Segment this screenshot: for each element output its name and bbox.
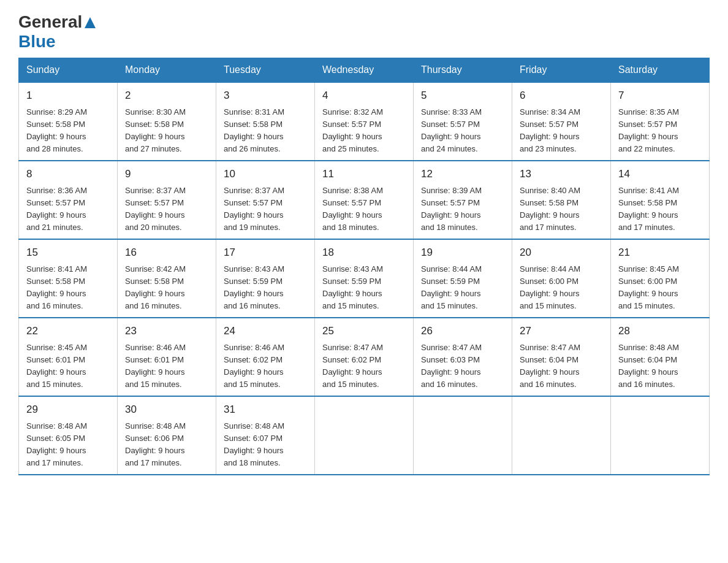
day-number: 21 [618,245,702,261]
day-number: 8 [26,166,110,182]
day-info: Sunrise: 8:41 AMSunset: 5:58 PMDaylight:… [26,263,110,313]
calendar-cell: 1Sunrise: 8:29 AMSunset: 5:58 PMDaylight… [19,82,118,161]
calendar-cell [414,396,512,475]
day-info: Sunrise: 8:42 AMSunset: 5:58 PMDaylight:… [125,263,208,313]
calendar-cell: 14Sunrise: 8:41 AMSunset: 5:58 PMDayligh… [611,161,710,239]
day-number: 5 [421,88,504,104]
day-number: 20 [520,245,603,261]
calendar-cell: 16Sunrise: 8:42 AMSunset: 5:58 PMDayligh… [118,239,216,318]
day-number: 6 [520,88,603,104]
calendar-cell: 19Sunrise: 8:44 AMSunset: 5:59 PMDayligh… [414,239,512,318]
calendar-cell [512,396,611,475]
calendar-cell: 6Sunrise: 8:34 AMSunset: 5:57 PMDaylight… [512,82,611,161]
day-number: 15 [26,245,110,261]
day-info: Sunrise: 8:47 AMSunset: 6:03 PMDaylight:… [421,342,504,391]
day-info: Sunrise: 8:29 AMSunset: 5:58 PMDaylight:… [26,106,110,156]
day-info: Sunrise: 8:37 AMSunset: 5:57 PMDaylight:… [224,185,307,234]
day-info: Sunrise: 8:40 AMSunset: 5:58 PMDaylight:… [520,185,603,234]
day-info: Sunrise: 8:43 AMSunset: 5:59 PMDaylight:… [322,263,406,313]
day-info: Sunrise: 8:46 AMSunset: 6:02 PMDaylight:… [224,342,307,391]
day-number: 11 [322,166,406,182]
calendar-week-row: 15Sunrise: 8:41 AMSunset: 5:58 PMDayligh… [19,239,710,318]
calendar-cell: 31Sunrise: 8:48 AMSunset: 6:07 PMDayligh… [216,396,315,475]
day-number: 22 [26,323,110,339]
day-info: Sunrise: 8:34 AMSunset: 5:57 PMDaylight:… [520,106,603,156]
calendar-cell: 9Sunrise: 8:37 AMSunset: 5:57 PMDaylight… [118,161,216,239]
calendar-cell: 15Sunrise: 8:41 AMSunset: 5:58 PMDayligh… [19,239,118,318]
day-number: 28 [618,323,702,339]
calendar-cell: 26Sunrise: 8:47 AMSunset: 6:03 PMDayligh… [414,318,512,396]
day-of-week-header: Wednesday [315,58,414,83]
calendar-cell: 21Sunrise: 8:45 AMSunset: 6:00 PMDayligh… [611,239,710,318]
day-number: 31 [224,402,307,418]
day-number: 24 [224,323,307,339]
day-info: Sunrise: 8:48 AMSunset: 6:04 PMDaylight:… [618,342,702,391]
day-of-week-header: Monday [118,58,216,83]
calendar-cell: 20Sunrise: 8:44 AMSunset: 6:00 PMDayligh… [512,239,611,318]
header-row: SundayMondayTuesdayWednesdayThursdayFrid… [19,58,710,83]
day-info: Sunrise: 8:36 AMSunset: 5:57 PMDaylight:… [26,185,110,234]
day-info: Sunrise: 8:30 AMSunset: 5:58 PMDaylight:… [125,106,208,156]
day-of-week-header: Sunday [19,58,118,83]
day-of-week-header: Saturday [611,58,710,83]
header: General Blue [18,12,710,52]
calendar-cell: 3Sunrise: 8:31 AMSunset: 5:58 PMDaylight… [216,82,315,161]
day-number: 23 [125,323,208,339]
calendar-cell: 27Sunrise: 8:47 AMSunset: 6:04 PMDayligh… [512,318,611,396]
day-info: Sunrise: 8:46 AMSunset: 6:01 PMDaylight:… [125,342,208,391]
day-info: Sunrise: 8:32 AMSunset: 5:57 PMDaylight:… [322,106,406,156]
calendar-cell: 7Sunrise: 8:35 AMSunset: 5:57 PMDaylight… [611,82,710,161]
day-info: Sunrise: 8:31 AMSunset: 5:58 PMDaylight:… [224,106,307,156]
calendar-cell [611,396,710,475]
calendar-week-row: 8Sunrise: 8:36 AMSunset: 5:57 PMDaylight… [19,161,710,239]
day-number: 19 [421,245,504,261]
day-number: 25 [322,323,406,339]
calendar-cell: 22Sunrise: 8:45 AMSunset: 6:01 PMDayligh… [19,318,118,396]
calendar-week-row: 22Sunrise: 8:45 AMSunset: 6:01 PMDayligh… [19,318,710,396]
day-number: 13 [520,166,603,182]
day-number: 30 [125,402,208,418]
day-info: Sunrise: 8:48 AMSunset: 6:06 PMDaylight:… [125,420,208,470]
day-info: Sunrise: 8:47 AMSunset: 6:02 PMDaylight:… [322,342,406,391]
day-of-week-header: Thursday [414,58,512,83]
day-of-week-header: Tuesday [216,58,315,83]
day-info: Sunrise: 8:45 AMSunset: 6:00 PMDaylight:… [618,263,702,313]
calendar-week-row: 29Sunrise: 8:48 AMSunset: 6:05 PMDayligh… [19,396,710,475]
calendar-cell: 29Sunrise: 8:48 AMSunset: 6:05 PMDayligh… [19,396,118,475]
svg-marker-0 [85,17,96,28]
day-number: 4 [322,88,406,104]
day-number: 1 [26,88,110,104]
calendar-cell: 24Sunrise: 8:46 AMSunset: 6:02 PMDayligh… [216,318,315,396]
calendar-cell: 17Sunrise: 8:43 AMSunset: 5:59 PMDayligh… [216,239,315,318]
day-info: Sunrise: 8:35 AMSunset: 5:57 PMDaylight:… [618,106,702,156]
calendar-cell: 2Sunrise: 8:30 AMSunset: 5:58 PMDaylight… [118,82,216,161]
day-number: 17 [224,245,307,261]
day-number: 16 [125,245,208,261]
calendar-cell: 30Sunrise: 8:48 AMSunset: 6:06 PMDayligh… [118,396,216,475]
day-info: Sunrise: 8:38 AMSunset: 5:57 PMDaylight:… [322,185,406,234]
day-info: Sunrise: 8:48 AMSunset: 6:05 PMDaylight:… [26,420,110,470]
logo-general-text: General [18,12,82,32]
day-info: Sunrise: 8:41 AMSunset: 5:58 PMDaylight:… [618,185,702,234]
calendar-cell: 13Sunrise: 8:40 AMSunset: 5:58 PMDayligh… [512,161,611,239]
day-info: Sunrise: 8:47 AMSunset: 6:04 PMDaylight:… [520,342,603,391]
day-info: Sunrise: 8:44 AMSunset: 5:59 PMDaylight:… [421,263,504,313]
day-info: Sunrise: 8:48 AMSunset: 6:07 PMDaylight:… [224,420,307,470]
day-number: 2 [125,88,208,104]
day-number: 27 [520,323,603,339]
day-number: 18 [322,245,406,261]
calendar-cell: 5Sunrise: 8:33 AMSunset: 5:57 PMDaylight… [414,82,512,161]
calendar-cell: 10Sunrise: 8:37 AMSunset: 5:57 PMDayligh… [216,161,315,239]
calendar-week-row: 1Sunrise: 8:29 AMSunset: 5:58 PMDaylight… [19,82,710,161]
day-number: 26 [421,323,504,339]
day-info: Sunrise: 8:37 AMSunset: 5:57 PMDaylight:… [125,185,208,234]
calendar-cell: 11Sunrise: 8:38 AMSunset: 5:57 PMDayligh… [315,161,414,239]
logo-blue-text: Blue [18,32,56,51]
day-number: 9 [125,166,208,182]
day-of-week-header: Friday [512,58,611,83]
calendar-table: SundayMondayTuesdayWednesdayThursdayFrid… [18,58,710,475]
day-number: 10 [224,166,307,182]
day-number: 7 [618,88,702,104]
day-info: Sunrise: 8:45 AMSunset: 6:01 PMDaylight:… [26,342,110,391]
calendar-cell: 25Sunrise: 8:47 AMSunset: 6:02 PMDayligh… [315,318,414,396]
